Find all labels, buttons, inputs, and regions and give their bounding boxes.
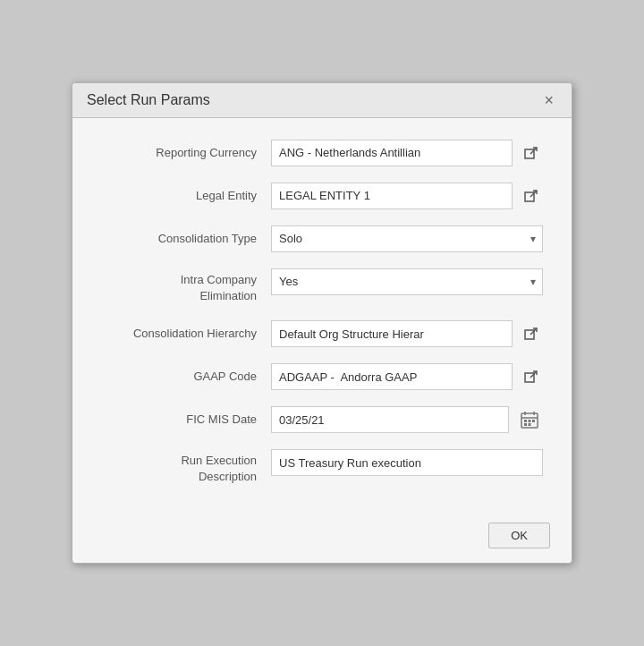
consolidation-type-label: Consolidation Type xyxy=(101,231,271,247)
legal-entity-link-button[interactable] xyxy=(520,186,543,206)
external-link-icon xyxy=(524,146,538,160)
intra-company-controls: Yes No ▾ xyxy=(271,268,543,295)
external-link-icon xyxy=(524,189,538,203)
fic-mis-date-calendar-button[interactable] xyxy=(516,408,543,431)
intra-company-select[interactable]: Yes No xyxy=(271,268,543,295)
svg-rect-12 xyxy=(524,420,527,422)
legal-entity-input[interactable] xyxy=(271,183,513,209)
dialog-title: Select Run Params xyxy=(87,92,210,108)
consolidation-hierarchy-input[interactable] xyxy=(271,320,513,347)
run-execution-label: Run Execution Description xyxy=(101,449,271,485)
reporting-currency-label: Reporting Currency xyxy=(101,145,271,161)
svg-rect-14 xyxy=(532,420,535,422)
intra-company-row: Intra Company Elimination Yes No ▾ xyxy=(101,268,543,304)
intra-company-label: Intra Company Elimination xyxy=(101,268,271,304)
consolidation-type-select[interactable]: Solo Consolidated Combined xyxy=(271,225,543,252)
gaap-code-label: GAAP Code xyxy=(101,369,271,385)
gaap-code-input[interactable] xyxy=(271,363,513,390)
reporting-currency-input[interactable] xyxy=(271,140,513,166)
consolidation-type-row: Consolidation Type Solo Consolidated Com… xyxy=(101,225,543,252)
fic-mis-date-input[interactable] xyxy=(271,406,509,433)
gaap-code-controls xyxy=(271,363,543,390)
intra-company-select-wrapper: Yes No ▾ xyxy=(271,268,543,295)
fic-mis-date-label: FIC MIS Date xyxy=(101,412,271,428)
reporting-currency-row: Reporting Currency xyxy=(101,140,543,166)
dialog-header: Select Run Params × xyxy=(72,83,572,118)
select-run-params-dialog: Select Run Params × Reporting Currency L… xyxy=(72,82,572,565)
legal-entity-controls xyxy=(271,183,543,209)
run-execution-controls xyxy=(271,449,543,476)
legal-entity-row: Legal Entity xyxy=(101,183,543,209)
svg-rect-15 xyxy=(524,423,527,426)
consolidation-hierarchy-controls xyxy=(271,320,543,347)
reporting-currency-controls xyxy=(271,140,543,166)
calendar-icon xyxy=(521,411,538,429)
svg-rect-13 xyxy=(529,420,531,422)
external-link-icon xyxy=(524,327,538,341)
legal-entity-label: Legal Entity xyxy=(101,188,271,204)
consolidation-hierarchy-label: Consolidation Hierarchy xyxy=(101,326,271,342)
svg-rect-16 xyxy=(529,423,531,426)
fic-mis-date-row: FIC MIS Date xyxy=(101,406,543,433)
reporting-currency-link-button[interactable] xyxy=(520,143,543,163)
run-execution-input[interactable] xyxy=(271,449,543,476)
gaap-code-link-button[interactable] xyxy=(520,367,543,387)
fic-mis-date-controls xyxy=(271,406,543,433)
run-execution-row: Run Execution Description xyxy=(101,449,543,485)
consolidation-type-controls: Solo Consolidated Combined ▾ xyxy=(271,225,543,252)
dialog-footer: OK xyxy=(72,515,572,563)
dialog-body: Reporting Currency Legal Entity xyxy=(72,118,572,516)
external-link-icon xyxy=(524,370,538,384)
consolidation-hierarchy-row: Consolidation Hierarchy xyxy=(101,320,543,347)
close-button[interactable]: × xyxy=(540,92,557,108)
consolidation-hierarchy-link-button[interactable] xyxy=(520,324,543,344)
consolidation-type-select-wrapper: Solo Consolidated Combined ▾ xyxy=(271,225,543,252)
ok-button[interactable]: OK xyxy=(488,523,550,548)
gaap-code-row: GAAP Code xyxy=(101,363,543,390)
